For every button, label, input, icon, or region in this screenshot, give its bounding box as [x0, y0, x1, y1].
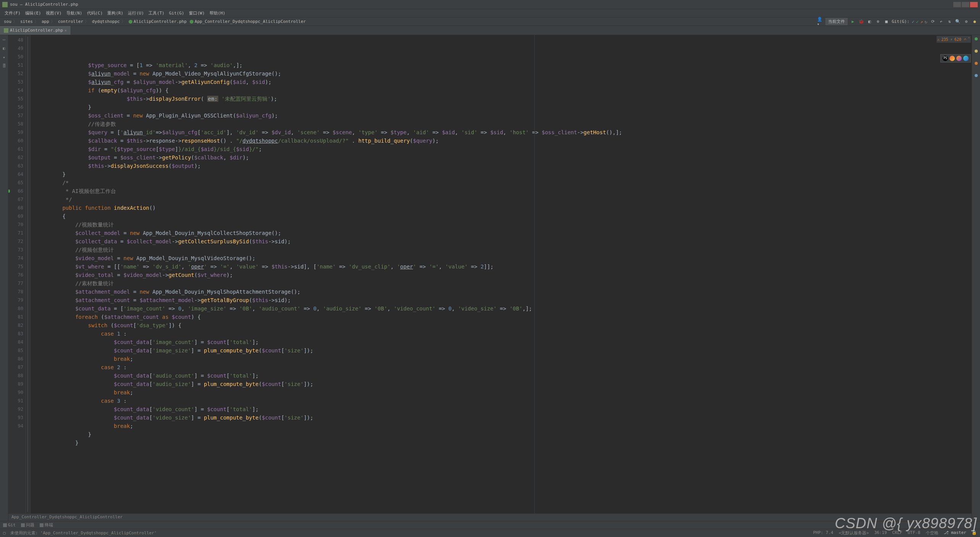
menu-item[interactable]: 重构(R)	[105, 10, 126, 16]
menu-item[interactable]: 运行(U)	[126, 10, 146, 16]
status-position[interactable]: 36:19	[874, 530, 887, 536]
menu-item[interactable]: 窗口(W)	[187, 10, 207, 16]
wrap-guide	[534, 35, 535, 513]
breadcrumb-item[interactable]: controller	[56, 19, 90, 24]
status-crlf[interactable]: CRLF	[892, 530, 903, 536]
user-icon[interactable]: 👤▾	[817, 19, 823, 25]
phpstorm-icon[interactable]: PS	[943, 56, 948, 61]
breadcrumb-item[interactable]: sou	[2, 19, 19, 24]
stop-button[interactable]: ■	[883, 19, 890, 25]
remote-icon[interactable]	[975, 74, 978, 77]
problems-icon[interactable]	[975, 50, 978, 53]
menu-item[interactable]: 导航(N)	[64, 10, 85, 16]
history-icon[interactable]: ⟳	[930, 19, 936, 25]
debug-button[interactable]: 🐞	[858, 19, 864, 25]
breadcrumb-item[interactable]: sites	[19, 19, 40, 24]
database-toolwindow-icon[interactable]: 🗄	[2, 64, 6, 68]
git-label: Git(G):	[892, 19, 909, 24]
structure-toolwindow-icon[interactable]: ◧	[3, 46, 5, 50]
statusbar: ▢ 未使用的元素: 'App_Controller_Dydqtshoppc_Al…	[0, 529, 980, 537]
breadcrumb-class[interactable]: App_Controller_Dydqtshoppc_AliclipContro…	[188, 19, 307, 24]
run-button[interactable]: ▶	[850, 19, 856, 25]
bottom-toolwindow-bar: Git问题终端	[0, 521, 980, 529]
help-icon[interactable]: ●	[972, 19, 978, 25]
firefox-icon[interactable]	[956, 56, 962, 61]
navbar: sousitesappcontrollerdydqtshoppc Aliclip…	[0, 18, 980, 26]
status-spaces[interactable]: 个空格	[926, 530, 938, 536]
edge-icon[interactable]	[963, 56, 969, 61]
menu-item[interactable]: 工具(T)	[146, 10, 167, 16]
maximize-button[interactable]	[962, 2, 969, 7]
toolwindow-tab[interactable]: 问题	[21, 522, 34, 528]
favorites-toolwindow-icon[interactable]: ★	[3, 55, 5, 59]
app-icon	[2, 2, 8, 7]
status-lock-icon[interactable]: 🔒	[972, 530, 977, 536]
breadcrumb-item[interactable]: app	[40, 19, 56, 24]
php-file-icon	[129, 20, 132, 24]
chrome-icon[interactable]	[949, 56, 955, 61]
git-status[interactable]: ✓✓↗↻	[912, 19, 927, 24]
menu-item[interactable]: 代码(C)	[85, 10, 105, 16]
tab-close-icon[interactable]: ✕	[64, 28, 67, 32]
tabbar: AliclipController.php ✕	[0, 26, 980, 35]
run-config-select[interactable]: 当前文件	[825, 18, 848, 25]
project-toolwindow-icon[interactable]: ▭	[3, 37, 5, 42]
menubar: 文件(F)编辑(E)视图(V)导航(N)代码(C)重构(R)运行(U)工具(T)…	[0, 9, 980, 18]
status-php[interactable]: PHP: 7.4	[813, 530, 833, 536]
profile-button[interactable]: ⎊	[875, 19, 881, 25]
breadcrumb-file[interactable]: AliclipController.php	[127, 19, 188, 24]
gutter-line-numbers[interactable]: 4849505152535455565758596061626364656667…	[8, 35, 26, 513]
toolwindow-tab[interactable]: Git	[3, 523, 16, 527]
menu-item[interactable]: 文件(F)	[2, 10, 23, 16]
status-square-icon[interactable]: ▢	[3, 531, 6, 535]
breadcrumb-item[interactable]: dydqtshoppc	[90, 19, 127, 24]
menu-item[interactable]: 视图(V)	[44, 10, 64, 16]
revert-icon[interactable]: ↶	[938, 19, 944, 25]
menu-item[interactable]: Git(G)	[167, 11, 187, 16]
menu-item[interactable]: 编辑(E)	[23, 10, 44, 16]
window-title: sou – AliclipController.php	[10, 2, 953, 7]
titlebar: sou – AliclipController.php	[0, 0, 980, 9]
minimize-button[interactable]	[953, 2, 961, 7]
browser-icons[interactable]: PS	[940, 54, 971, 63]
editor-tab[interactable]: AliclipController.php ✕	[0, 26, 71, 35]
left-toolwindow-stripe[interactable]: ▭ ◧ ★ 🗄	[0, 35, 8, 521]
coverage-button[interactable]: ◧	[867, 19, 873, 25]
menu-item[interactable]: 帮助(H)	[207, 10, 228, 16]
status-branch[interactable]: ⎇ master	[944, 530, 966, 536]
class-icon	[190, 20, 193, 24]
tab-label: AliclipController.php	[10, 28, 63, 33]
bottom-breadcrumb[interactable]: App_Controller_Dydqtshoppc_AliclipContro…	[8, 513, 972, 521]
code-content[interactable]: $type_source = [1 => 'material', 2 => 'a…	[31, 35, 972, 513]
search-icon[interactable]: 🔍	[955, 19, 961, 25]
notification-icon[interactable]	[975, 37, 978, 40]
fold-column[interactable]	[26, 35, 31, 513]
status-message: 未使用的元素: 'App_Controller_Dydqtshoppc_Alic…	[10, 530, 157, 536]
status-server[interactable]: <无默认服务器>	[839, 530, 869, 536]
close-button[interactable]	[970, 2, 978, 7]
editor: 4849505152535455565758596061626364656667…	[8, 35, 972, 521]
inspection-widget[interactable]: ⚠235 ⚡620 ㅅˇ	[936, 36, 971, 43]
right-toolwindow-stripe[interactable]	[972, 35, 980, 521]
database-icon[interactable]	[975, 62, 978, 65]
sync-icon[interactable]: ⇅	[946, 19, 953, 25]
toolwindow-tab[interactable]: 终端	[40, 522, 53, 528]
php-file-icon	[4, 28, 8, 33]
status-encoding[interactable]: UTF-8	[908, 530, 920, 536]
settings-icon[interactable]: ⚙	[963, 19, 969, 25]
